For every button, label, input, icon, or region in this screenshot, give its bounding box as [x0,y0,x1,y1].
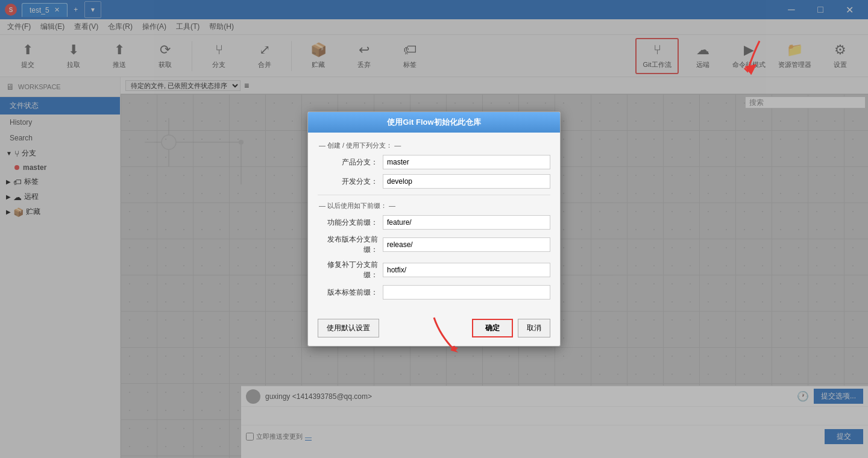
develop-branch-label: 开发分支： [318,177,378,187]
dialog-section1-label: 创建 / 使用下列分支： [318,141,550,150]
form-row-feature: 功能分支前缀： [318,215,550,230]
release-prefix-label: 发布版本分支前缀： [318,234,378,255]
form-row-versiontag: 版本标签前缀： [318,285,550,300]
form-row-hotfix: 修复补丁分支前缀： [318,260,550,280]
versiontag-prefix-input[interactable] [383,285,550,300]
default-settings-button[interactable]: 使用默认设置 [318,319,379,337]
feature-prefix-input[interactable] [383,215,550,230]
hotfix-prefix-input[interactable] [383,263,550,277]
git-flow-dialog: 使用Git Flow初始化此仓库 创建 / 使用下列分支： 产品分支： 开发分支… [307,111,561,347]
hotfix-prefix-label: 修复补丁分支前缀： [318,260,378,280]
product-branch-label: 产品分支： [318,157,378,168]
dialog-body: 创建 / 使用下列分支： 产品分支： 开发分支： 以后使用如下前缀： 功能分支前… [308,133,560,313]
form-row-release: 发布版本分支前缀： [318,234,550,255]
develop-branch-input[interactable] [383,174,550,189]
cancel-button[interactable]: 取消 [518,319,550,337]
dialog-divider [318,195,550,195]
product-branch-input[interactable] [383,155,550,169]
form-row-product-branch: 产品分支： [318,155,550,169]
confirm-button[interactable]: 确定 [472,319,513,337]
feature-prefix-label: 功能分支前缀： [318,218,378,228]
form-row-develop-branch: 开发分支： [318,174,550,189]
modal-overlay[interactable]: 使用Git Flow初始化此仓库 创建 / 使用下列分支： 产品分支： 开发分支… [0,0,868,458]
dialog-title: 使用Git Flow初始化此仓库 [308,112,560,133]
dialog-footer: 使用默认设置 确定 取消 [308,313,560,346]
versiontag-prefix-label: 版本标签前缀： [318,287,378,298]
release-prefix-input[interactable] [383,237,550,252]
dialog-section2-label: 以后使用如下前缀： [318,201,550,210]
